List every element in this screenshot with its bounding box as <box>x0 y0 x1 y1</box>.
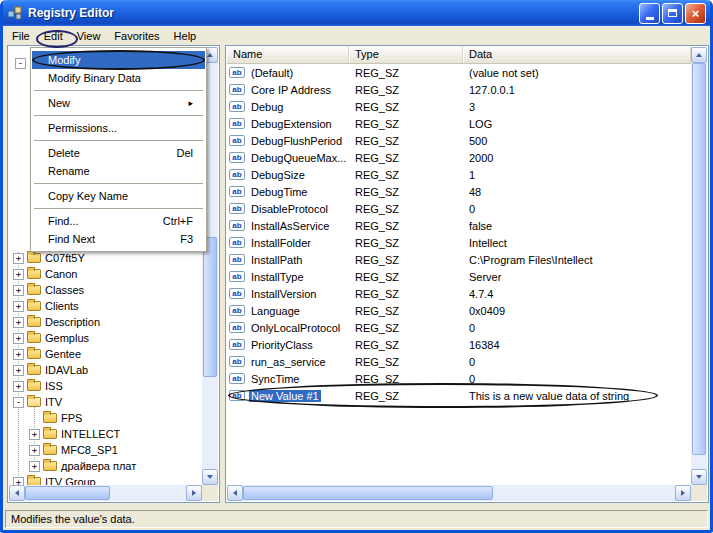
column-header-name[interactable]: Name <box>227 46 349 63</box>
scroll-left-button[interactable] <box>9 485 25 501</box>
tree-item[interactable]: +Description <box>11 314 202 330</box>
root-collapse-icon[interactable]: - <box>15 58 26 69</box>
menu-item-rename[interactable]: Rename <box>32 162 205 180</box>
menu-edit[interactable]: Edit <box>37 28 70 44</box>
value-data: 4.7.4 <box>463 288 691 300</box>
maximize-button[interactable] <box>662 3 683 24</box>
value-row[interactable]: abOnlyLocalProtocolREG_SZ0 <box>227 319 691 336</box>
menu-separator <box>34 140 203 141</box>
string-value-icon: ab <box>229 84 245 95</box>
menu-item-find-next[interactable]: Find NextF3 <box>32 230 205 248</box>
value-row[interactable]: abDebugSizeREG_SZ1 <box>227 166 691 183</box>
value-row[interactable]: abDebugFlushPeriodREG_SZ500 <box>227 132 691 149</box>
value-row[interactable]: abDebugTimeREG_SZ48 <box>227 183 691 200</box>
value-row[interactable]: abDebugREG_SZ3 <box>227 98 691 115</box>
expand-icon[interactable]: + <box>13 285 24 296</box>
expand-icon[interactable]: + <box>13 349 24 360</box>
menu-view[interactable]: View <box>70 28 108 44</box>
tree-item[interactable]: +Canon <box>11 266 202 282</box>
menu-file[interactable]: File <box>5 28 37 44</box>
menu-item-new[interactable]: New▸ <box>32 94 205 112</box>
menu-item-find[interactable]: Find...Ctrl+F <box>32 212 205 230</box>
menu-help[interactable]: Help <box>167 28 204 44</box>
scrollbar-thumb[interactable] <box>25 486 110 500</box>
tree-item[interactable]: +ITV Group <box>11 474 202 485</box>
value-row[interactable]: abLanguageREG_SZ0x0409 <box>227 302 691 319</box>
values-list[interactable]: Name Type Data ab(Default)REG_SZ(value n… <box>227 46 691 485</box>
expand-icon[interactable]: + <box>13 381 24 392</box>
tree-item[interactable]: +Clients <box>11 298 202 314</box>
menu-item-copy-key-name[interactable]: Copy Key Name <box>32 187 205 205</box>
value-row[interactable]: abInstallFolderREG_SZIntellect <box>227 234 691 251</box>
string-value-icon: ab <box>229 339 245 350</box>
window-title: Registry Editor <box>28 6 114 20</box>
menu-item-delete[interactable]: DeleteDel <box>32 144 205 162</box>
menu-item-shortcut: Ctrl+F <box>163 215 193 227</box>
value-name-cell: abInstallPath <box>227 254 349 266</box>
string-value-icon: ab <box>229 220 245 231</box>
value-row[interactable]: abDisableProtocolREG_SZ0 <box>227 200 691 217</box>
expand-icon[interactable]: + <box>13 477 24 486</box>
expand-icon[interactable]: + <box>13 269 24 280</box>
scroll-right-button[interactable] <box>186 485 202 501</box>
tree-item[interactable]: +драйвера плат <box>11 458 202 474</box>
menu-item-permissions[interactable]: Permissions... <box>32 119 205 137</box>
scrollbar-thumb[interactable] <box>203 237 217 377</box>
title-bar[interactable]: Registry Editor × <box>3 0 710 26</box>
tree-item[interactable]: +MFC8_SP1 <box>11 442 202 458</box>
value-row[interactable]: abInstallPathREG_SZC:\Program Files\Inte… <box>227 251 691 268</box>
expand-icon[interactable]: + <box>13 333 24 344</box>
value-name: InstallVersion <box>249 288 318 300</box>
tree-item[interactable]: FPS <box>11 410 202 426</box>
scroll-up-button[interactable] <box>691 47 707 63</box>
expand-icon[interactable]: + <box>29 429 40 440</box>
tree-horizontal-scrollbar[interactable] <box>9 485 202 501</box>
menu-item-shortcut: F3 <box>180 233 193 245</box>
value-row[interactable]: abDebugQueueMax...REG_SZ2000 <box>227 149 691 166</box>
value-row[interactable]: ab(Default)REG_SZ(value not set) <box>227 64 691 81</box>
value-row[interactable]: abSyncTimeREG_SZ0 <box>227 370 691 387</box>
list-vertical-scrollbar[interactable] <box>691 47 707 485</box>
expand-icon[interactable]: + <box>13 365 24 376</box>
expand-icon[interactable]: + <box>29 461 40 472</box>
expand-icon[interactable]: + <box>13 301 24 312</box>
tree-item[interactable]: +ISS <box>11 378 202 394</box>
tree-item[interactable]: +IDAVLab <box>11 362 202 378</box>
collapse-icon[interactable]: - <box>13 397 24 408</box>
scroll-down-button[interactable] <box>202 469 218 485</box>
menu-item-modify-binary-data[interactable]: Modify Binary Data <box>32 69 205 87</box>
scrollbar-thumb[interactable] <box>692 63 706 455</box>
value-row[interactable]: abInstallVersionREG_SZ4.7.4 <box>227 285 691 302</box>
expand-icon[interactable]: + <box>29 445 40 456</box>
column-header-data[interactable]: Data <box>463 46 691 63</box>
close-button[interactable]: × <box>685 3 706 24</box>
tree-item[interactable]: +C07ft5Y <box>11 250 202 266</box>
value-row[interactable]: abNew Value #1REG_SZThis is a new value … <box>227 387 691 404</box>
value-row[interactable]: abrun_as_serviceREG_SZ0 <box>227 353 691 370</box>
menu-item-modify[interactable]: Modify <box>32 51 205 69</box>
tree-item[interactable]: +Gemplus <box>11 330 202 346</box>
scroll-right-button[interactable] <box>675 485 691 501</box>
value-name: InstallFolder <box>249 237 313 249</box>
expand-icon[interactable]: + <box>13 253 24 264</box>
value-row[interactable]: abInstallTypeREG_SZServer <box>227 268 691 285</box>
value-name: Debug <box>249 101 285 113</box>
list-horizontal-scrollbar[interactable] <box>227 485 691 501</box>
menu-item-label: Find Next <box>48 233 95 245</box>
value-row[interactable]: abInstallAsServiceREG_SZfalse <box>227 217 691 234</box>
tree-item[interactable]: +INTELLECT <box>11 426 202 442</box>
scroll-down-button[interactable] <box>691 469 707 485</box>
value-row[interactable]: abDebugExtensionREG_SZLOG <box>227 115 691 132</box>
value-row[interactable]: abCore IP AddressREG_SZ127.0.0.1 <box>227 81 691 98</box>
menu-favorites[interactable]: Favorites <box>107 28 166 44</box>
value-row[interactable]: abPriorityClassREG_SZ16384 <box>227 336 691 353</box>
expand-icon[interactable]: + <box>13 317 24 328</box>
tree-item[interactable]: +Gentee <box>11 346 202 362</box>
minimize-button[interactable] <box>639 3 660 24</box>
open-folder-icon <box>27 397 41 407</box>
tree-item[interactable]: +Classes <box>11 282 202 298</box>
scroll-left-button[interactable] <box>227 485 243 501</box>
scrollbar-thumb[interactable] <box>243 486 493 500</box>
tree-item[interactable]: -ITV <box>11 394 202 410</box>
column-header-type[interactable]: Type <box>349 46 463 63</box>
